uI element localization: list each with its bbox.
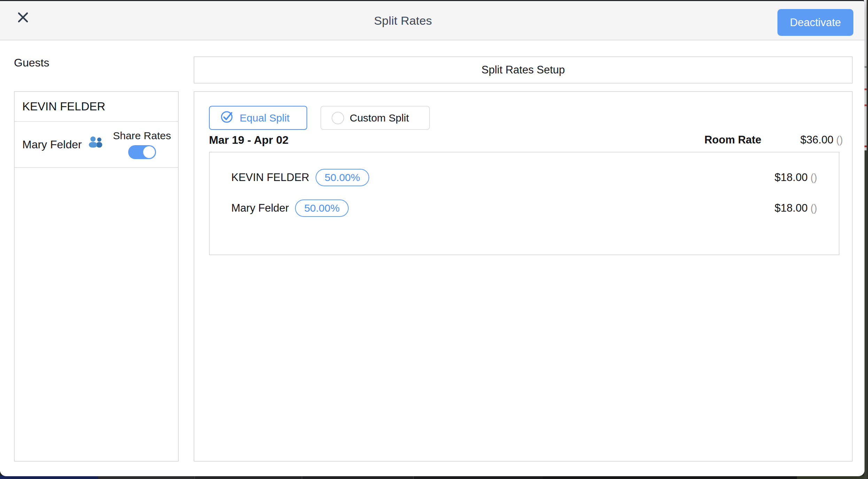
percent-pill[interactable]: 50.00% bbox=[316, 169, 369, 186]
secondary-guest-name: Mary Felder bbox=[22, 138, 82, 151]
custom-split-label: Custom Split bbox=[350, 112, 409, 124]
setup-header: Split Rates Setup bbox=[194, 56, 853, 84]
split-row-name: Mary Felder bbox=[231, 202, 289, 214]
deactivate-button[interactable]: Deactivate bbox=[777, 9, 853, 36]
equal-split-button[interactable]: Equal Split bbox=[209, 106, 307, 130]
split-row: Mary Felder 50.00% $18.00 () bbox=[210, 193, 839, 223]
modal-title: Split Rates bbox=[374, 14, 432, 27]
guest-row-secondary[interactable]: Mary Felder Share Rates bbox=[15, 122, 178, 168]
setup-panel: Equal Split Custom Split Mar 19 - Apr 02… bbox=[194, 91, 853, 462]
split-allocation-box: KEVIN FELDER 50.00% $18.00 () Mary Felde… bbox=[209, 152, 839, 255]
guests-panel: KEVIN FELDER Mary Felder Share Rates bbox=[14, 91, 179, 462]
room-rate-amount: $36.00 bbox=[800, 134, 834, 146]
toggle-knob bbox=[143, 146, 155, 158]
equal-split-label: Equal Split bbox=[240, 112, 289, 124]
split-rates-modal: Split Rates Deactivate Guests KEVIN FELD… bbox=[0, 1, 865, 476]
setup-title: Split Rates Setup bbox=[481, 64, 565, 76]
split-row: KEVIN FELDER 50.00% $18.00 () bbox=[210, 162, 839, 193]
share-rates-label: Share Rates bbox=[113, 130, 171, 142]
split-row-name: KEVIN FELDER bbox=[231, 171, 309, 184]
room-rate-label: Room Rate bbox=[704, 134, 761, 146]
guests-heading: Guests bbox=[14, 56, 49, 69]
check-circle-icon bbox=[220, 110, 234, 126]
split-row-amount: $18.00 () bbox=[775, 202, 817, 214]
modal-header: Split Rates Deactivate bbox=[0, 1, 865, 40]
amount-note: () bbox=[811, 203, 817, 214]
primary-guest-name: KEVIN FELDER bbox=[22, 100, 105, 113]
amount-note: () bbox=[811, 172, 817, 183]
percent-pill[interactable]: 50.00% bbox=[295, 199, 349, 217]
custom-split-button[interactable]: Custom Split bbox=[320, 106, 430, 130]
people-icon bbox=[87, 136, 105, 149]
amount-value: $18.00 bbox=[775, 171, 808, 184]
share-rates-toggle[interactable] bbox=[128, 145, 156, 159]
close-icon bbox=[17, 11, 29, 24]
split-row-amount: $18.00 () bbox=[775, 171, 817, 184]
amount-value: $18.00 bbox=[775, 202, 808, 214]
date-range: Mar 19 - Apr 02 bbox=[209, 134, 288, 147]
split-mode-row: Equal Split Custom Split bbox=[209, 106, 430, 130]
date-rate-row: Mar 19 - Apr 02 Room Rate $36.00 () bbox=[209, 133, 843, 147]
modal-body: Guests KEVIN FELDER Mary Felder Share Ra… bbox=[0, 40, 865, 476]
radio-circle-icon bbox=[332, 112, 344, 124]
close-button[interactable] bbox=[15, 10, 31, 25]
guest-row-primary[interactable]: KEVIN FELDER bbox=[15, 92, 178, 122]
room-rate-note: () bbox=[836, 134, 843, 146]
share-rates-control: Share Rates bbox=[113, 130, 171, 159]
